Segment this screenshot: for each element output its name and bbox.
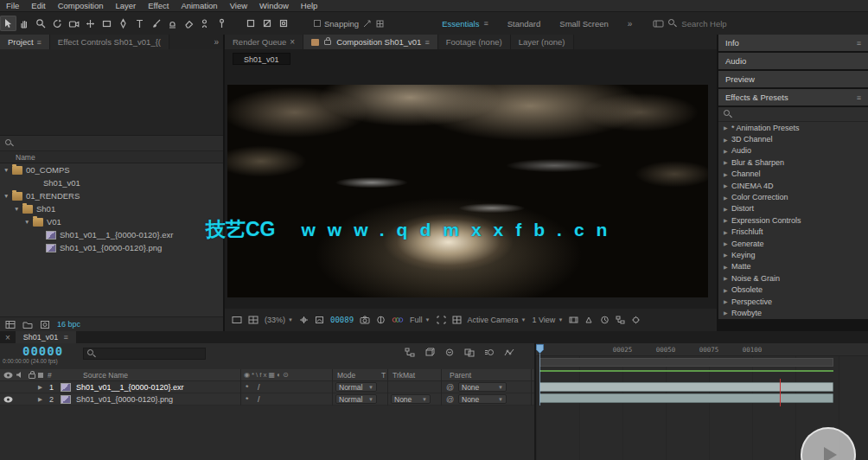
close-tab-icon[interactable]: × [290, 37, 295, 47]
blend-mode-select[interactable]: Normal▼ [335, 382, 377, 392]
project-name-column-header[interactable]: Name [0, 151, 223, 163]
layer-expand-icon[interactable]: ▶ [38, 396, 42, 403]
effects-category[interactable]: ▶Keying [718, 249, 868, 260]
project-search-input[interactable] [17, 139, 190, 148]
menu-file[interactable]: File [0, 1, 25, 10]
parent-select[interactable]: None▼ [458, 394, 507, 404]
snapping-checkbox[interactable] [314, 20, 321, 27]
pen-tool-icon[interactable] [115, 16, 131, 31]
current-time-indicator[interactable] [536, 344, 544, 354]
project-panel-menu-icon[interactable]: ≡ [37, 38, 41, 47]
parent-select[interactable]: None▼ [458, 382, 507, 392]
tab-project[interactable]: Project≡ [0, 35, 50, 49]
menu-composition[interactable]: Composition [52, 1, 110, 10]
rectangle-tool-icon[interactable] [99, 16, 115, 31]
channels-icon[interactable] [392, 316, 404, 324]
show-snapshot-icon[interactable] [376, 316, 386, 324]
viewer-lock-icon[interactable] [324, 40, 331, 45]
info-panel-menu-icon[interactable]: ≡ [857, 39, 861, 48]
always-preview-icon[interactable] [232, 316, 242, 324]
effects-category[interactable]: ▶Perspective [718, 296, 868, 307]
snap-option-2-icon[interactable] [375, 19, 385, 29]
interpret-footage-icon[interactable] [5, 320, 16, 329]
hide-shy-layers-icon[interactable] [444, 348, 455, 357]
menu-help[interactable]: Help [295, 1, 324, 10]
blend-mode-select[interactable]: Normal▼ [335, 394, 377, 404]
effects-category[interactable]: ▶Blur & Sharpen [718, 157, 868, 168]
collapse-transformations-icon[interactable]: * [246, 395, 249, 404]
menu-layer[interactable]: Layer [110, 1, 143, 10]
crosshair-icon[interactable] [299, 316, 309, 324]
clone-stamp-tool-icon[interactable] [164, 16, 181, 31]
menu-animation[interactable]: Animation [175, 1, 223, 10]
effects-presets-panel-header[interactable]: Effects & Presets≡ [718, 89, 868, 105]
project-row-00-comps[interactable]: ▼ 00_COMPS [0, 163, 223, 176]
effects-search-input[interactable] [736, 110, 848, 118]
roto-brush-tool-icon[interactable] [197, 16, 214, 31]
fast-preview-icon[interactable] [584, 316, 594, 324]
new-folder-icon[interactable] [22, 320, 33, 329]
view-layout-select[interactable]: 1 View▼ [533, 316, 564, 324]
project-row-v01[interactable]: ▼ V01 [0, 215, 223, 228]
reset-exposure-icon[interactable] [631, 316, 641, 324]
view-axis-mode-icon[interactable] [275, 16, 291, 31]
zoom-tool-icon[interactable] [33, 16, 49, 31]
tab-layer[interactable]: Layer (none) [511, 35, 574, 49]
disclosure-triangle-icon[interactable]: ▼ [14, 206, 22, 212]
trkmat-column-header[interactable]: TrkMat [393, 371, 415, 380]
resolution-select[interactable]: Full▼ [410, 316, 430, 324]
snap-option-1-icon[interactable] [362, 19, 372, 29]
layer-2-duration-bar[interactable] [539, 393, 833, 403]
pixel-aspect-icon[interactable] [569, 316, 578, 324]
new-composition-icon[interactable] [40, 320, 50, 329]
effects-category[interactable]: ▶Expression Controls [718, 214, 868, 226]
project-row-sh01[interactable]: ▼ Sh01 [0, 202, 223, 215]
timeline-panel-menu-icon[interactable]: ≡ [63, 333, 67, 342]
project-row-sh01-v01-comp[interactable]: Sh01_v01 [0, 176, 223, 189]
source-name-column-header[interactable]: Source Name [83, 371, 128, 380]
type-tool-icon[interactable] [131, 16, 148, 31]
puppet-pin-tool-icon[interactable] [214, 16, 230, 31]
brush-tool-icon[interactable] [148, 16, 164, 31]
timeline-tab[interactable]: Sh01_v01≡ [16, 331, 76, 343]
effects-category[interactable]: ▶Channel [718, 169, 868, 180]
eraser-tool-icon[interactable] [181, 16, 197, 31]
disclosure-triangle-icon[interactable]: ▼ [3, 193, 11, 199]
tab-render-queue[interactable]: Render Queue × [225, 35, 303, 49]
workspace-standard[interactable]: Standard [499, 17, 550, 30]
effects-category[interactable]: ▶Rowbyte [718, 307, 868, 318]
work-area-bar[interactable] [539, 358, 833, 367]
collapse-transformations-icon[interactable]: * [246, 383, 249, 392]
rotation-tool-icon[interactable] [49, 16, 66, 31]
workspace-overflow-icon[interactable]: » [628, 19, 633, 29]
region-of-interest-icon[interactable] [437, 316, 446, 324]
parent-pickwhip-icon[interactable]: @ [446, 395, 454, 404]
project-row-01-renders[interactable]: ▼ 01_RENDERS [0, 189, 223, 202]
grid-guides-icon[interactable] [248, 316, 258, 324]
timeline-layer-row-2[interactable]: ▶ 2 Sh01_v01_{0000-0120}.png * / Normal▼… [0, 393, 534, 406]
menu-edit[interactable]: Edit [25, 1, 51, 10]
current-frame-display[interactable]: 00089 [330, 316, 354, 324]
camera-tool-icon[interactable] [66, 16, 82, 31]
preview-panel-header[interactable]: Preview [718, 71, 868, 87]
effects-panel-menu-icon[interactable]: ≡ [857, 93, 861, 102]
tab-composition[interactable]: Composition Sh01_v01 ≡ [303, 35, 438, 49]
flowchart-button-icon[interactable] [616, 316, 625, 324]
pan-behind-tool-icon[interactable] [82, 16, 99, 31]
parent-pickwhip-icon[interactable]: @ [446, 383, 454, 392]
composition-mini-flowchart-icon[interactable] [405, 348, 415, 357]
magnification-select[interactable]: (33%)▼ [265, 316, 293, 324]
project-row-exr-footage[interactable]: Sh01_v01__1_{0000-0120}.exr [0, 228, 223, 241]
local-axis-mode-icon[interactable] [242, 16, 258, 31]
effects-category[interactable]: ▶CINEMA 4D [718, 180, 868, 191]
info-panel-header[interactable]: Info≡ [718, 35, 868, 51]
workspace-bar-icon[interactable] [653, 19, 664, 29]
frame-blending-icon[interactable] [464, 348, 475, 357]
workspace-essentials[interactable]: Essentials≡ [433, 17, 497, 30]
project-bit-depth-button[interactable]: 16 bpc [57, 320, 80, 329]
mode-column-header[interactable]: Mode [337, 371, 355, 380]
help-search-input[interactable] [681, 19, 749, 29]
viewer-panel-menu-icon[interactable]: ≡ [424, 38, 429, 47]
project-tabs-overflow-icon[interactable]: » [214, 37, 219, 47]
project-row-png-footage[interactable]: Sh01_v01_{0000-0120}.png [0, 241, 223, 254]
